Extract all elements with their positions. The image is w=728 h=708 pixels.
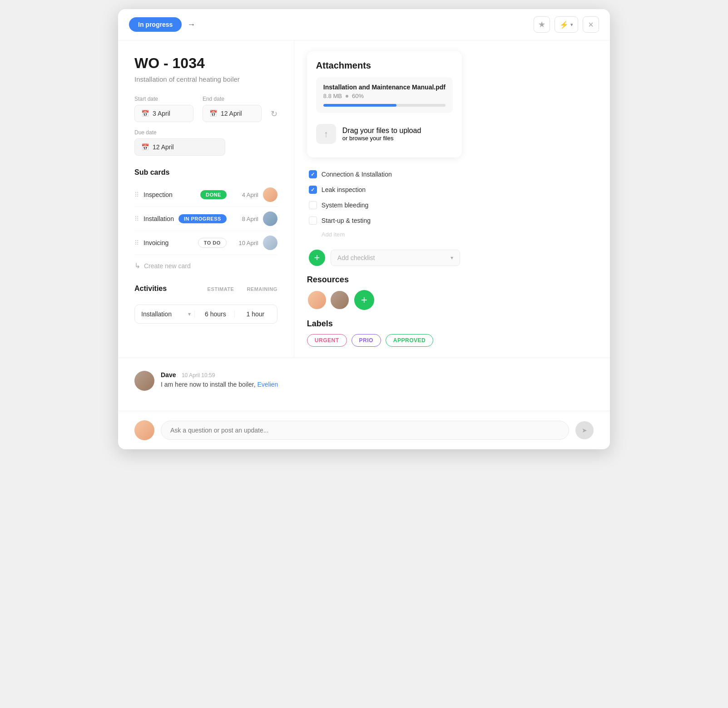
- attachment-progress-label: 60%: [352, 93, 364, 99]
- comment-header: Dave 10 April 10:59: [161, 371, 278, 379]
- activity-name: Installation: [141, 310, 172, 318]
- end-date-input[interactable]: 📅 12 April: [203, 105, 262, 122]
- activity-remaining: 1 hour: [234, 310, 271, 318]
- comment-time: 10 April 10:59: [182, 372, 215, 379]
- sub-card-name: Inspection: [144, 191, 196, 198]
- upload-text-1: Drag your files to upload: [342, 127, 421, 135]
- close-button[interactable]: ×: [583, 16, 599, 33]
- attachment-filename: Installation and Maintenance Manual.pdf: [323, 84, 446, 91]
- checklist-item: Start-up & testing: [309, 213, 460, 228]
- checklist-label: Start-up & testing: [322, 217, 371, 224]
- checkbox[interactable]: [309, 186, 317, 194]
- end-date-group: End date 📅 12 April: [203, 96, 262, 122]
- create-new-card-link[interactable]: ↳ Create new card: [134, 261, 277, 270]
- status-button[interactable]: In progress: [129, 17, 182, 32]
- sub-card-date: 10 April: [231, 240, 258, 246]
- wo-subtitle: Installation of central heating boiler: [134, 75, 277, 83]
- checklist-label: Leak inspection: [322, 186, 366, 193]
- dates-row: Start date 📅 3 April End date 📅 12 April…: [134, 96, 277, 122]
- sub-card-row: ⠿ Inspection DONE 4 April: [134, 183, 277, 207]
- send-button[interactable]: ➤: [575, 421, 594, 439]
- sub-card-date: 4 April: [231, 192, 258, 198]
- add-checklist-chevron-icon: ▾: [451, 255, 453, 261]
- avatar: [263, 211, 277, 226]
- modal: In progress → ★ ⚡ ▾ × WO - 1034 Installa…: [118, 9, 610, 449]
- add-checklist-row: + Add checklist ▾: [307, 250, 462, 266]
- checkbox[interactable]: [309, 170, 317, 178]
- badge-inprogress: IN PROGRESS: [178, 214, 227, 223]
- checklist-item: System bleeding: [309, 197, 460, 213]
- label-urgent[interactable]: URGENT: [307, 334, 347, 347]
- activities-section: Activities ESTIMATE REMAINING Installati…: [134, 285, 277, 324]
- close-icon: ×: [588, 20, 594, 30]
- sub-cards-title: Sub cards: [134, 168, 277, 177]
- resource-avatar-1: [307, 290, 327, 310]
- add-checklist-placeholder: Add checklist: [337, 254, 375, 261]
- wo-title: WO - 1034: [134, 55, 277, 72]
- comment-content: Dave 10 April 10:59 I am here now to ins…: [161, 371, 278, 391]
- activity-row: Installation ▾ 6 hours 1 hour: [134, 305, 277, 324]
- upload-text: Drag your files to upload or browse your…: [342, 127, 421, 142]
- checklist-section: Connection & Installation Leak inspectio…: [307, 167, 462, 241]
- activities-title: Activities: [134, 285, 167, 293]
- labels-section: Labels URGENT PRIO APPROVED: [307, 319, 462, 347]
- comment-text: I am here now to install the boiler, Eve…: [161, 381, 278, 388]
- progress-bar-bg: [323, 104, 446, 107]
- upload-area[interactable]: ↑ Drag your files to upload or browse yo…: [316, 119, 453, 148]
- comment-mention: Evelien: [257, 381, 278, 388]
- star-icon: ★: [538, 20, 545, 30]
- comment: Dave 10 April 10:59 I am here now to ins…: [134, 371, 594, 391]
- checkbox[interactable]: [309, 201, 317, 209]
- due-date-input[interactable]: 📅 12 April: [134, 138, 225, 156]
- avatar: [263, 187, 277, 202]
- end-date-value: 12 April: [221, 110, 242, 117]
- checkbox[interactable]: [309, 216, 317, 225]
- calendar-icon-due: 📅: [141, 143, 149, 151]
- activity-estimate: 6 hours: [194, 310, 231, 318]
- drag-handle-icon[interactable]: ⠿: [134, 239, 139, 246]
- resources-section: Resources +: [307, 275, 462, 310]
- flash-icon: ⚡: [560, 20, 569, 29]
- drag-handle-icon[interactable]: ⠿: [134, 215, 139, 222]
- add-item-link[interactable]: Add item: [309, 228, 460, 241]
- add-resource-button[interactable]: +: [354, 290, 374, 310]
- arrow-right-button[interactable]: →: [187, 20, 195, 30]
- chevron-down-icon: ▾: [188, 311, 191, 317]
- star-button[interactable]: ★: [534, 16, 550, 33]
- checklist-label: System bleeding: [322, 202, 369, 209]
- dot-separator: [346, 95, 348, 98]
- flash-button[interactable]: ⚡ ▾: [555, 16, 578, 33]
- add-checklist-button[interactable]: +: [309, 250, 325, 266]
- end-date-label: End date: [203, 96, 262, 102]
- upload-icon: ↑: [316, 124, 336, 144]
- start-date-group: Start date 📅 3 April: [134, 96, 193, 122]
- sub-card-row: ⠿ Invoicing TO DO 10 April: [134, 231, 277, 255]
- attachment-size: 8.8 MB: [323, 93, 342, 99]
- refresh-button[interactable]: ↻: [271, 106, 277, 122]
- sub-card-name: Invoicing: [144, 239, 193, 246]
- refresh-icon: ↻: [271, 109, 277, 118]
- attachments-card: Attachments Installation and Maintenance…: [307, 51, 462, 157]
- checklist-item: Leak inspection: [309, 182, 460, 197]
- start-date-input[interactable]: 📅 3 April: [134, 105, 193, 122]
- add-checklist-input[interactable]: Add checklist ▾: [331, 250, 460, 266]
- comment-input[interactable]: [161, 421, 569, 440]
- sub-card-row: ⠿ Installation IN PROGRESS 8 April: [134, 207, 277, 231]
- activity-select[interactable]: Installation ▾: [141, 310, 191, 318]
- drag-handle-icon[interactable]: ⠿: [134, 191, 139, 198]
- activities-columns: ESTIMATE REMAINING: [208, 286, 277, 292]
- due-date-row: Due date 📅 12 April: [134, 129, 277, 156]
- comment-input-avatar: [134, 420, 154, 440]
- right-panel: Attachments Installation and Maintenance…: [294, 40, 475, 358]
- sub-card-date: 8 April: [231, 216, 258, 222]
- label-approved[interactable]: APPROVED: [386, 334, 433, 347]
- avatar: [263, 236, 277, 250]
- label-prio[interactable]: PRIO: [352, 334, 381, 347]
- attachment-meta: 8.8 MB 60%: [323, 93, 446, 99]
- due-date-label: Due date: [134, 129, 277, 136]
- top-bar: In progress → ★ ⚡ ▾ ×: [118, 9, 610, 40]
- modal-body: WO - 1034 Installation of central heatin…: [118, 40, 610, 358]
- due-date-value: 12 April: [153, 143, 174, 151]
- start-date-value: 3 April: [153, 110, 170, 117]
- sub-card-name: Installation: [144, 215, 174, 222]
